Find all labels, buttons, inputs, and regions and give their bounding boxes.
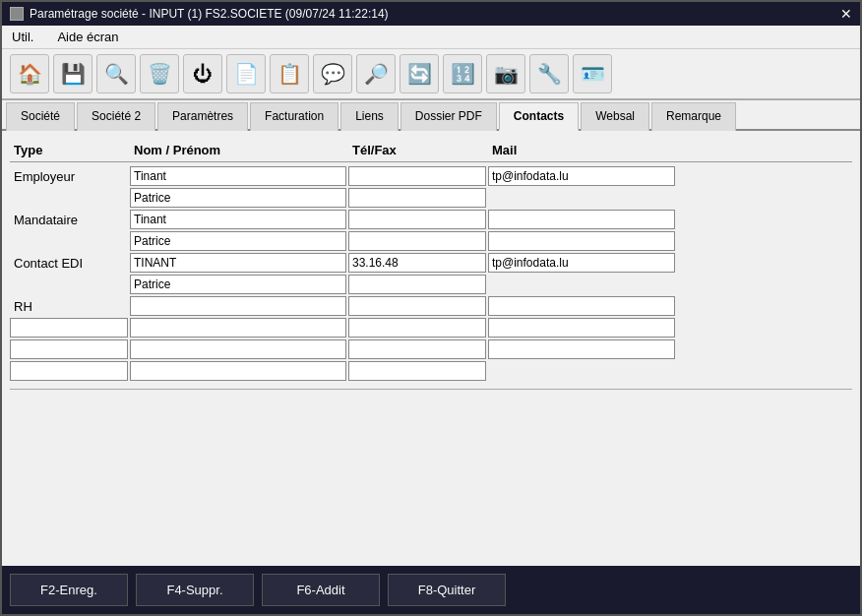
table-row: Employeur (10, 166, 852, 186)
footer-bar: F2-Enreg. F4-Suppr. F6-Addit F8-Quitter (2, 566, 860, 614)
quit-button[interactable]: F8-Quitter (388, 574, 506, 606)
type-empty-1[interactable] (10, 318, 128, 338)
save-button[interactable]: F2-Enreg. (10, 574, 128, 606)
nom-empty-2[interactable] (130, 339, 346, 359)
tab-liens[interactable]: Liens (340, 102, 399, 131)
nom-mandataire-1[interactable] (130, 210, 346, 229)
power-icon[interactable]: ⏻ (183, 54, 222, 93)
close-button[interactable]: ✕ (840, 6, 852, 22)
table-row: RH (10, 296, 852, 316)
nom-rh-1[interactable] (130, 296, 346, 316)
delete-button[interactable]: F4-Suppr. (136, 574, 254, 606)
search-icon[interactable]: 🔍 (96, 54, 136, 93)
delete-icon[interactable]: 🗑️ (140, 54, 179, 93)
mail-edi-1[interactable] (488, 253, 675, 273)
rotate-icon[interactable]: 🔄 (400, 54, 439, 93)
camera-icon[interactable]: 📷 (486, 54, 525, 93)
calculator-icon[interactable]: 🔢 (443, 54, 482, 93)
tel-rh-2[interactable] (348, 318, 486, 338)
tab-dossier-pdf[interactable]: Dossier PDF (400, 102, 497, 131)
paste-icon[interactable]: 📋 (270, 54, 309, 93)
chat-icon[interactable]: 💬 (313, 54, 352, 93)
settings-icon[interactable]: 🔧 (529, 54, 569, 93)
section-divider (10, 389, 852, 390)
tel-employeur-2[interactable] (348, 188, 486, 208)
type-empty-3[interactable] (10, 361, 128, 381)
tabs-bar: Société Société 2 Paramètres Facturation… (2, 100, 860, 131)
title-bar-left: Paramétrage société - INPUT (1) FS2.SOCI… (10, 7, 389, 21)
nom-edi-2[interactable] (130, 275, 346, 294)
table-row (10, 231, 852, 251)
type-empty-2[interactable] (10, 339, 128, 359)
tab-facturation[interactable]: Facturation (250, 102, 339, 131)
mail-mandataire-2[interactable] (488, 231, 675, 251)
type-rh: RH (10, 297, 128, 316)
addit-button[interactable]: F6-Addit (262, 574, 380, 606)
title-bar: Paramétrage société - INPUT (1) FS2.SOCI… (2, 2, 860, 26)
tel-mandataire-2[interactable] (348, 231, 486, 251)
mail-rh-2[interactable] (488, 318, 675, 338)
window-title: Paramétrage société - INPUT (1) FS2.SOCI… (30, 7, 389, 21)
card-icon[interactable]: 🪪 (573, 54, 612, 93)
table-row: Contact EDI (10, 253, 852, 273)
tel-employeur-1[interactable] (348, 166, 486, 186)
nom-employeur-1[interactable] (130, 166, 346, 186)
tab-societe2[interactable]: Société 2 (77, 102, 155, 131)
tab-contacts[interactable]: Contacts (499, 102, 579, 131)
table-row (10, 361, 852, 381)
mail-mandataire-1[interactable] (488, 210, 675, 229)
tab-remarque[interactable]: Remarque (651, 102, 736, 131)
nom-mandataire-2[interactable] (130, 231, 346, 251)
nom-empty-3[interactable] (130, 361, 346, 381)
toolbar: 🏠 💾 🔍 🗑️ ⏻ 📄 📋 💬 🔎 🔄 🔢 📷 🔧 🪪 (2, 49, 860, 100)
app-icon (10, 7, 24, 21)
menu-bar: Util. Aide écran (2, 26, 860, 49)
table-row (10, 188, 852, 208)
tel-mandataire-1[interactable] (348, 210, 486, 229)
menu-aide[interactable]: Aide écran (51, 28, 124, 46)
tel-empty-3[interactable] (348, 361, 486, 381)
tel-empty-2[interactable] (348, 339, 486, 359)
table-row (10, 275, 852, 294)
tab-societe[interactable]: Société (6, 102, 75, 131)
menu-util[interactable]: Util. (6, 28, 39, 46)
tel-rh-1[interactable] (348, 296, 486, 316)
table-header: Type Nom / Prénom Tél/Fax Mail (10, 139, 852, 162)
save-icon[interactable]: 💾 (53, 54, 92, 93)
tab-websal[interactable]: Websal (581, 102, 649, 131)
content-area: Type Nom / Prénom Tél/Fax Mail Employeur… (2, 131, 860, 566)
home-icon[interactable]: 🏠 (10, 54, 49, 93)
table-row: Mandataire (10, 210, 852, 229)
tel-edi-1[interactable] (348, 253, 486, 273)
header-tel: Tél/Fax (348, 141, 486, 159)
mail-empty-2[interactable] (488, 339, 675, 359)
tel-edi-2[interactable] (348, 275, 486, 294)
type-contact-edi: Contact EDI (10, 254, 128, 273)
mail-rh-1[interactable] (488, 296, 675, 316)
tab-parametres[interactable]: Paramètres (157, 102, 248, 131)
zoom-icon[interactable]: 🔎 (356, 54, 396, 93)
table-row (10, 318, 852, 338)
mail-employeur-1[interactable] (488, 166, 675, 186)
header-nom: Nom / Prénom (130, 141, 346, 159)
nom-edi-1[interactable] (130, 253, 346, 273)
header-mail: Mail (488, 141, 675, 159)
header-type: Type (10, 141, 128, 159)
nom-employeur-2[interactable] (130, 188, 346, 208)
main-window: Paramétrage société - INPUT (1) FS2.SOCI… (0, 0, 862, 616)
nom-rh-2[interactable] (130, 318, 346, 338)
table-row (10, 339, 852, 359)
type-employeur: Employeur (10, 167, 128, 186)
copy-icon[interactable]: 📄 (226, 54, 266, 93)
type-mandataire: Mandataire (10, 211, 128, 229)
